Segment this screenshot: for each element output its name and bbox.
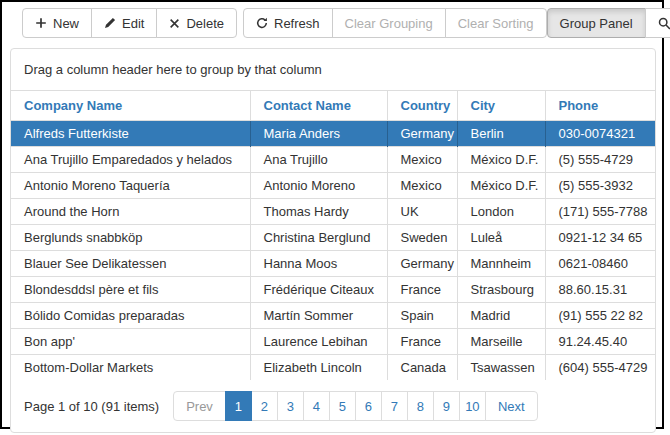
cell-phone[interactable]: (171) 555-7788 <box>545 199 655 225</box>
data-button-group: Refresh Clear Grouping Clear Sorting <box>243 8 547 38</box>
table-row[interactable]: Bottom-Dollar Markets Elizabeth Lincoln … <box>11 355 655 381</box>
cell-country[interactable]: France <box>387 277 457 303</box>
group-panel-drop-zone[interactable]: Drag a column header here to group by th… <box>11 49 655 91</box>
table-row[interactable]: Blauer See Delikatessen Hanna Moos Germa… <box>11 251 655 277</box>
column-header-city[interactable]: City <box>457 91 545 121</box>
clear-sorting-button[interactable]: Clear Sorting <box>445 8 547 38</box>
group-panel-button-label: Group Panel <box>560 16 633 31</box>
cell-contact-name[interactable]: Laurence Lebihan <box>250 329 387 355</box>
page-number-button-7[interactable]: 7 <box>381 391 408 421</box>
group-panel-toggle-button[interactable]: Group Panel <box>547 8 646 38</box>
cell-contact-name[interactable]: Frédérique Citeaux <box>250 277 387 303</box>
cell-company-name[interactable]: Around the Horn <box>11 199 250 225</box>
cell-country[interactable]: Canada <box>387 355 457 381</box>
edit-button[interactable]: Edit <box>91 8 157 38</box>
cell-company-name[interactable]: Bólido Comidas preparadas <box>11 303 250 329</box>
cell-contact-name[interactable]: Ana Trujillo <box>250 147 387 173</box>
cell-country[interactable]: Mexico <box>387 173 457 199</box>
column-header-contact-name[interactable]: Contact Name <box>250 91 387 121</box>
cell-company-name[interactable]: Blauer See Delikatessen <box>11 251 250 277</box>
table-row[interactable]: Bólido Comidas preparadas Martín Sommer … <box>11 303 655 329</box>
table-row[interactable]: Around the Horn Thomas Hardy UK London (… <box>11 199 655 225</box>
clear-grouping-button[interactable]: Clear Grouping <box>332 8 446 38</box>
cell-phone[interactable]: 91.24.45.40 <box>545 329 655 355</box>
page-number-button-6[interactable]: 6 <box>355 391 382 421</box>
cell-phone[interactable]: 0921-12 34 65 <box>545 225 655 251</box>
cell-phone[interactable]: (5) 555-4729 <box>545 147 655 173</box>
search-panel-toggle-button[interactable]: Search Panel <box>645 8 670 38</box>
cell-contact-name[interactable]: Christina Berglund <box>250 225 387 251</box>
cell-city[interactable]: Luleå <box>457 225 545 251</box>
search-icon <box>658 17 670 30</box>
clear-grouping-label: Clear Grouping <box>345 16 433 31</box>
table-row[interactable]: Ana Trujillo Emparedados y helados Ana T… <box>11 147 655 173</box>
pagination: Prev 1 2 3 4 5 6 7 8 9 10 Next <box>173 391 537 421</box>
page-number-button-8[interactable]: 8 <box>407 391 434 421</box>
cell-contact-name[interactable]: Martín Sommer <box>250 303 387 329</box>
cell-country[interactable]: UK <box>387 199 457 225</box>
prev-page-button[interactable]: Prev <box>173 391 226 421</box>
refresh-icon <box>256 17 268 29</box>
cell-city[interactable]: Strasbourg <box>457 277 545 303</box>
table-row[interactable]: Bon app' Laurence Lebihan France Marseil… <box>11 329 655 355</box>
cell-city[interactable]: México D.F. <box>457 173 545 199</box>
cell-country[interactable]: Germany <box>387 121 457 147</box>
column-header-country[interactable]: Country <box>387 91 457 121</box>
delete-button-label: Delete <box>186 16 224 31</box>
cell-company-name[interactable]: Blondesddsl père et fils <box>11 277 250 303</box>
table-row[interactable]: Antonio Moreno Taquería Antonio Moreno M… <box>11 173 655 199</box>
cell-contact-name[interactable]: Maria Anders <box>250 121 387 147</box>
cell-phone[interactable]: (5) 555-3932 <box>545 173 655 199</box>
cell-city[interactable]: London <box>457 199 545 225</box>
data-grid: Company Name Contact Name Country City P… <box>11 91 655 380</box>
cell-contact-name[interactable]: Thomas Hardy <box>250 199 387 225</box>
cell-city[interactable]: Marseille <box>457 329 545 355</box>
cell-country[interactable]: Spain <box>387 303 457 329</box>
cell-company-name[interactable]: Berglunds snabbköp <box>11 225 250 251</box>
page-number-button-3[interactable]: 3 <box>277 391 304 421</box>
cell-city[interactable]: Mannheim <box>457 251 545 277</box>
page-number-button-2[interactable]: 2 <box>251 391 278 421</box>
cell-city[interactable]: Madrid <box>457 303 545 329</box>
new-button[interactable]: New <box>22 8 92 38</box>
refresh-button[interactable]: Refresh <box>243 8 333 38</box>
toolbar: New Edit Delete Refresh <box>2 2 662 38</box>
next-page-button[interactable]: Next <box>485 391 538 421</box>
cell-company-name[interactable]: Bottom-Dollar Markets <box>11 355 250 381</box>
page-number-button-4[interactable]: 4 <box>303 391 330 421</box>
cell-contact-name[interactable]: Elizabeth Lincoln <box>250 355 387 381</box>
cell-company-name[interactable]: Bon app' <box>11 329 250 355</box>
cell-city[interactable]: Tsawassen <box>457 355 545 381</box>
cell-country[interactable]: France <box>387 329 457 355</box>
grid-panel: Drag a column header here to group by th… <box>10 48 656 433</box>
app-window: New Edit Delete Refresh <box>0 0 664 429</box>
cell-phone[interactable]: 88.60.15.31 <box>545 277 655 303</box>
cell-company-name[interactable]: Alfreds Futterkiste <box>11 121 250 147</box>
cell-company-name[interactable]: Antonio Moreno Taquería <box>11 173 250 199</box>
cell-country[interactable]: Mexico <box>387 147 457 173</box>
delete-button[interactable]: Delete <box>156 8 237 38</box>
cell-phone[interactable]: 0621-08460 <box>545 251 655 277</box>
cell-company-name[interactable]: Ana Trujillo Emparedados y helados <box>11 147 250 173</box>
page-number-button-10[interactable]: 10 <box>459 391 486 421</box>
cell-contact-name[interactable]: Antonio Moreno <box>250 173 387 199</box>
column-header-phone[interactable]: Phone <box>545 91 655 121</box>
cell-country[interactable]: Germany <box>387 251 457 277</box>
table-row-selected[interactable]: Alfreds Futterkiste Maria Anders Germany… <box>11 121 655 147</box>
table-row[interactable]: Berglunds snabbköp Christina Berglund Sw… <box>11 225 655 251</box>
cell-phone[interactable]: 030-0074321 <box>545 121 655 147</box>
cell-contact-name[interactable]: Hanna Moos <box>250 251 387 277</box>
cell-city[interactable]: Berlin <box>457 121 545 147</box>
cell-city[interactable]: México D.F. <box>457 147 545 173</box>
cell-phone[interactable]: (604) 555-4729 <box>545 355 655 381</box>
edit-button-group: New Edit Delete <box>22 8 237 38</box>
page-number-button-9[interactable]: 9 <box>433 391 460 421</box>
page-number-button-5[interactable]: 5 <box>329 391 356 421</box>
table-row[interactable]: Blondesddsl père et fils Frédérique Cite… <box>11 277 655 303</box>
plus-icon <box>35 17 47 29</box>
cell-country[interactable]: Sweden <box>387 225 457 251</box>
x-icon <box>169 18 180 29</box>
page-number-button-1[interactable]: 1 <box>225 391 252 421</box>
column-header-company-name[interactable]: Company Name <box>11 91 250 121</box>
cell-phone[interactable]: (91) 555 22 82 <box>545 303 655 329</box>
